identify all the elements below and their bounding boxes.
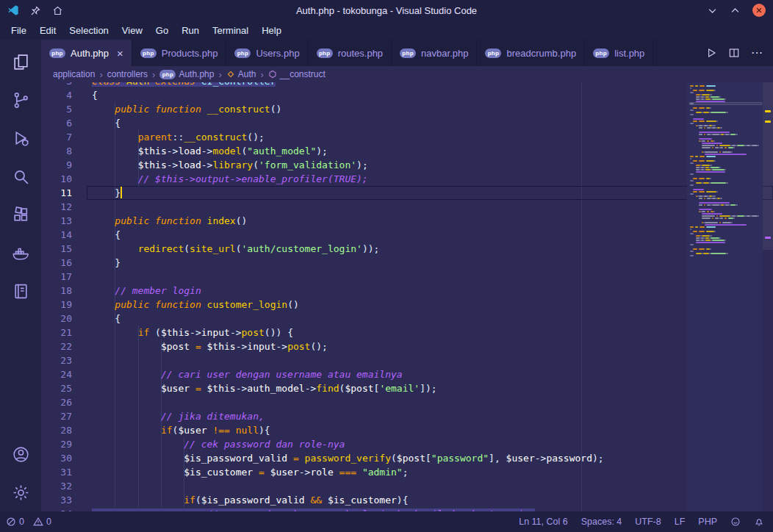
line-number: 7: [41, 130, 72, 144]
minimap-line: [690, 224, 761, 226]
minimap-line: [690, 218, 761, 219]
status-feedback[interactable]: [730, 517, 741, 527]
breadcrumb-item-auth-php[interactable]: phpAuth.php: [159, 69, 214, 79]
breadcrumb: application›controllers›phpAuth.php›Auth…: [41, 66, 773, 82]
code-line: 13 public function index(): [41, 214, 773, 228]
breadcrumb-item-construct[interactable]: __construct: [268, 69, 326, 79]
scrollbar-thumb[interactable]: [763, 82, 773, 250]
warning-icon: [33, 517, 43, 527]
menu-item-go[interactable]: Go: [149, 21, 175, 40]
code-line: 23: [41, 353, 773, 367]
symbol-class-icon: [226, 70, 235, 79]
run-button[interactable]: [705, 47, 717, 59]
breadcrumb-item-auth[interactable]: Auth: [226, 69, 256, 79]
source-control-icon[interactable]: [0, 81, 41, 119]
split-editor-button[interactable]: [728, 47, 740, 59]
maximize-icon[interactable]: [730, 5, 741, 16]
minimap-line: [690, 213, 761, 215]
symbol-method-icon: [268, 70, 277, 79]
tab-list-php[interactable]: phplist.php: [585, 40, 653, 66]
line-number: 5: [41, 102, 72, 116]
menu-item-file[interactable]: File: [4, 21, 33, 40]
notebook-icon[interactable]: [0, 272, 41, 310]
menu-item-selection[interactable]: Selection: [62, 21, 115, 40]
home-icon[interactable]: [52, 5, 63, 16]
minimap-line: [690, 195, 761, 197]
minimap-line: [690, 240, 761, 241]
minimap-line: [690, 127, 761, 129]
tab-products-php[interactable]: phpProducts.php: [132, 40, 227, 66]
menu-item-view[interactable]: View: [115, 21, 149, 40]
minimap-line: [690, 231, 761, 232]
account-icon[interactable]: [0, 435, 41, 473]
scrollbar[interactable]: [763, 82, 773, 511]
status-language-mode[interactable]: PHP: [698, 517, 717, 527]
more-actions-button[interactable]: ⋯: [751, 47, 763, 59]
code-editor[interactable]: 3class Auth extends CI_Controller4{5 pub…: [41, 82, 773, 511]
tab-label: routes.php: [338, 48, 383, 59]
breadcrumb-label: controllers: [107, 69, 148, 79]
search-icon[interactable]: [0, 157, 41, 195]
line-number: 31: [41, 465, 72, 479]
status-cursor-position[interactable]: Ln 11, Col 6: [519, 517, 567, 527]
code-line: 9 $this->load->library('form_validation'…: [41, 158, 773, 172]
breadcrumb-item-controllers[interactable]: controllers: [107, 69, 148, 79]
code-line: 32: [41, 479, 773, 493]
tab-users-php[interactable]: phpUsers.php: [226, 40, 308, 66]
status-encoding[interactable]: UTF-8: [635, 517, 661, 527]
tab-auth-php[interactable]: phpAuth.php×: [41, 40, 132, 66]
minimap-line: [690, 206, 761, 208]
minimap-line: [690, 123, 761, 124]
minimap-line: [690, 178, 761, 179]
close-icon[interactable]: [752, 4, 766, 17]
pin-icon[interactable]: [30, 5, 41, 16]
minimap-line: [690, 253, 761, 254]
code-line: 14 {: [41, 228, 773, 242]
minimap-line: [690, 87, 761, 89]
line-number: 26: [41, 395, 72, 409]
minimap-line: [690, 94, 761, 96]
line-number: 29: [41, 437, 72, 451]
vscode-logo-icon: [7, 4, 19, 16]
text-cursor: [121, 187, 122, 198]
tab-routes-php[interactable]: phproutes.php: [309, 40, 392, 66]
code-line: 25 $user = $this->auth_model->find($post…: [41, 381, 773, 395]
minimap-line: [690, 211, 761, 212]
docker-icon[interactable]: [0, 234, 41, 272]
tab-breadcrumb-php[interactable]: phpbreadcrumb.php: [477, 40, 585, 66]
extensions-icon[interactable]: [0, 195, 41, 234]
code-line: 24 // cari user dengan username atau ema…: [41, 367, 773, 381]
menu-item-terminal[interactable]: Terminal: [206, 21, 255, 40]
minimize-icon[interactable]: [707, 5, 718, 16]
minimap-line: [690, 132, 761, 133]
minimap-line: [690, 251, 761, 252]
status-indentation[interactable]: Spaces: 4: [581, 517, 622, 527]
minimap-line: [690, 220, 761, 221]
feedback-icon: [730, 517, 741, 527]
minimap-line: [690, 129, 761, 131]
minimap-line: [690, 193, 761, 195]
settings-gear-icon[interactable]: [0, 473, 41, 511]
php-file-icon: php: [317, 48, 333, 58]
tab-navbar-php[interactable]: phpnavbar.php: [392, 40, 477, 66]
status-errors[interactable]: 0: [6, 517, 24, 527]
code-line: 21 if ($this->input->post()) {: [41, 326, 773, 339]
code-line: 5 public function __construct(): [41, 102, 773, 116]
status-eol[interactable]: LF: [675, 517, 686, 527]
tab-close-icon[interactable]: ×: [117, 48, 123, 59]
minimap-line: [690, 107, 761, 109]
line-number: 15: [41, 242, 72, 256]
menu-item-help[interactable]: Help: [255, 21, 288, 40]
line-number: 6: [41, 116, 72, 130]
status-notifications[interactable]: [754, 517, 764, 527]
php-file-icon: php: [485, 48, 501, 58]
status-warnings[interactable]: 0: [33, 517, 51, 527]
breadcrumb-label: Auth.php: [179, 69, 214, 79]
run-and-debug-icon[interactable]: [0, 119, 41, 157]
breadcrumb-item-application[interactable]: application: [53, 69, 95, 79]
minimap-line: [690, 165, 761, 166]
menu-item-edit[interactable]: Edit: [33, 21, 62, 40]
menu-item-run[interactable]: Run: [175, 21, 206, 40]
minimap[interactable]: [687, 82, 763, 511]
explorer-icon[interactable]: [0, 43, 41, 81]
